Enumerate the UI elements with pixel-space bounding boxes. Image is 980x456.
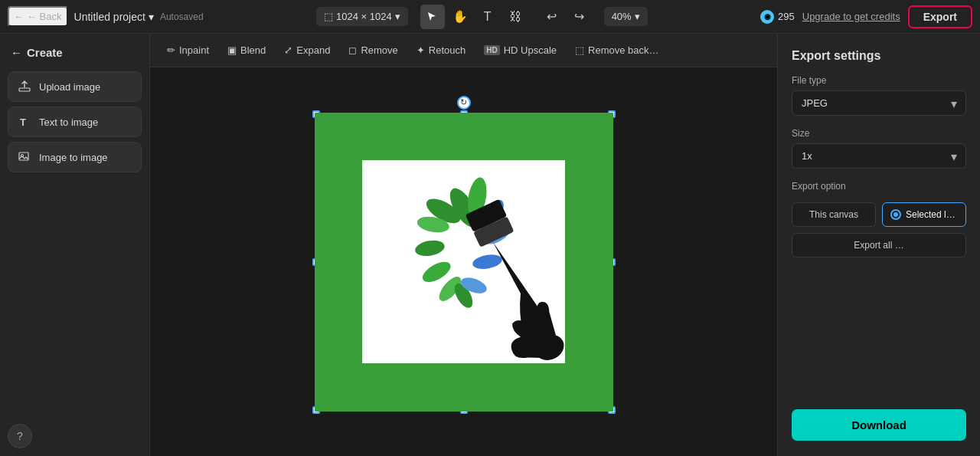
canvas-container: ↻: [315, 113, 613, 412]
sidebar-header: ← Create: [8, 41, 142, 67]
export-all-button[interactable]: Export all …: [792, 233, 966, 258]
file-type-select[interactable]: JPEG PNG WEBP: [792, 90, 966, 116]
export-panel: Export settings File type JPEG PNG WEBP …: [777, 34, 980, 456]
svg-rect-0: [19, 88, 30, 91]
topbar: ← ← Back Untitled project ▾ Autosaved ⬚ …: [0, 0, 980, 34]
sidebar-item-text-to-image[interactable]: T Text to image: [8, 107, 142, 137]
project-title[interactable]: Untitled project ▾: [74, 11, 154, 23]
autosaved-status: Autosaved: [160, 11, 204, 22]
blend-button[interactable]: ▣ Blend: [220, 41, 273, 60]
svg-point-14: [472, 252, 503, 271]
download-button[interactable]: Download: [792, 409, 966, 441]
redo-button[interactable]: ↪: [567, 5, 592, 29]
editing-toolbar: ✏ Inpaint ▣ Blend ⤢ Expand ◻ Remove ✦ Re…: [150, 34, 777, 67]
help-button[interactable]: ?: [8, 424, 32, 448]
export-option-label: Export option: [792, 181, 966, 192]
remove-background-button[interactable]: ⬚ Remove back…: [567, 41, 666, 60]
content-area: ✏ Inpaint ▣ Blend ⤢ Expand ◻ Remove ✦ Re…: [150, 34, 777, 456]
export-option-row-1: This canvas Selected l…: [792, 202, 966, 227]
text-tool-button[interactable]: T: [475, 5, 500, 29]
image-background: [315, 113, 613, 412]
credits-display[interactable]: ◉ 295: [760, 10, 795, 24]
topbar-center: ⬚ 1024 × 1024 ▾ ✋ T ⛓ ↩ ↪ 40% ▾: [210, 5, 754, 29]
image-inner: [362, 160, 565, 363]
file-type-label: File type: [792, 75, 966, 86]
upload-image-label: Upload image: [39, 81, 100, 93]
export-panel-title: Export settings: [792, 49, 966, 63]
selected-layer-button[interactable]: Selected l…: [882, 202, 966, 227]
chevron-down-icon: ▾: [149, 11, 154, 23]
upload-icon: [18, 80, 31, 93]
resize-icon: ⬚: [324, 11, 333, 22]
back-button[interactable]: ← ← Back: [8, 6, 68, 27]
inpaint-button[interactable]: ✏ Inpaint: [159, 41, 217, 60]
sidebar-item-image-to-image[interactable]: Image to image: [8, 142, 142, 172]
upgrade-link[interactable]: Upgrade to get credits: [802, 11, 900, 22]
rotate-handle[interactable]: ↻: [457, 96, 471, 110]
image-to-image-label: Image to image: [39, 152, 108, 163]
expand-icon: ⤢: [284, 44, 292, 56]
upscale-button[interactable]: HD HD Upscale: [476, 41, 564, 60]
size-select-wrapper: 1x 2x 4x: [792, 143, 966, 169]
topbar-left: ← ← Back Untitled project ▾ Autosaved: [8, 6, 204, 27]
file-type-select-wrapper: JPEG PNG WEBP: [792, 90, 966, 116]
svg-rect-2: [19, 153, 28, 160]
size-section: Size 1x 2x 4x: [792, 128, 966, 169]
topbar-right: ◉ 295 Upgrade to get credits Export: [760, 5, 972, 28]
back-label: ← Back: [27, 11, 62, 22]
image-icon: [18, 150, 31, 164]
artwork-svg: [362, 160, 565, 363]
history-group: ↩ ↪: [540, 5, 592, 29]
undo-button[interactable]: ↩: [540, 5, 564, 29]
retouch-icon: ✦: [416, 44, 425, 56]
svg-point-8: [413, 238, 446, 258]
sidebar: ← Create Upload image T Text to image: [0, 34, 150, 456]
text-to-image-label: Text to image: [39, 116, 98, 128]
help-icon: ?: [17, 430, 23, 442]
size-label: Size: [792, 128, 966, 139]
text-icon: T: [18, 115, 31, 129]
this-canvas-button[interactable]: This canvas: [792, 202, 876, 227]
svg-text:T: T: [20, 116, 26, 128]
chevron-down-icon: ▾: [395, 11, 400, 22]
file-type-section: File type JPEG PNG WEBP: [792, 75, 966, 116]
credits-icon: ◉: [760, 10, 774, 24]
export-button[interactable]: Export: [908, 5, 972, 28]
remove-button[interactable]: ◻ Remove: [341, 41, 405, 60]
chevron-down-icon: ▾: [635, 11, 640, 22]
export-option-row-2: Export all …: [792, 233, 966, 258]
export-option-section: Export option This canvas Selected l… Ex…: [792, 181, 966, 258]
size-select[interactable]: 1x 2x 4x: [792, 143, 966, 169]
radio-selected-icon: [890, 209, 901, 220]
canvas-size-button[interactable]: ⬚ 1024 × 1024 ▾: [316, 7, 408, 26]
retouch-button[interactable]: ✦ Retouch: [409, 41, 473, 60]
hand-tool-button[interactable]: ✋: [448, 5, 472, 29]
select-tool-button[interactable]: [420, 5, 445, 29]
zoom-button[interactable]: 40% ▾: [604, 7, 648, 26]
link-tool-button[interactable]: ⛓: [503, 5, 528, 29]
main-area: ← Create Upload image T Text to image: [0, 34, 980, 456]
upscale-icon: HD: [484, 45, 499, 55]
expand-button[interactable]: ⤢ Expand: [276, 41, 338, 60]
canvas-image: [315, 113, 613, 412]
inpaint-icon: ✏: [167, 44, 175, 56]
blend-icon: ▣: [227, 44, 237, 56]
tool-group: ✋ T ⛓: [420, 5, 528, 29]
back-arrow-icon: ←: [14, 11, 24, 22]
remove-bg-icon: ⬚: [575, 44, 584, 56]
remove-icon: ◻: [348, 44, 357, 56]
create-icon: ←: [11, 46, 22, 59]
sidebar-item-upload-image[interactable]: Upload image: [8, 71, 142, 102]
canvas-area[interactable]: ↻: [150, 67, 777, 456]
